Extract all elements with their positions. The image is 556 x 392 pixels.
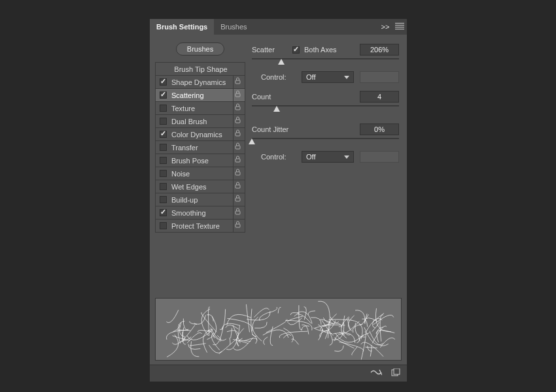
scatter-control-dropdown[interactable]: Off (302, 71, 354, 83)
brush-settings-panel: Brush Settings Brushes >> Brushes Brush … (150, 19, 407, 382)
svg-rect-6 (235, 159, 240, 162)
svg-rect-1 (235, 93, 240, 97)
lock-icon[interactable] (233, 220, 242, 232)
option-transfer[interactable]: Transfer (156, 141, 245, 154)
collapse-icon[interactable]: >> (378, 23, 392, 31)
option-checkbox[interactable] (160, 105, 167, 112)
lock-icon[interactable] (233, 206, 242, 219)
jitter-control-label: Control: (252, 153, 302, 161)
option-label: Protect Texture (171, 222, 233, 230)
count-slider[interactable] (252, 104, 399, 113)
option-scattering[interactable]: Scattering (156, 89, 245, 102)
panel-tabbar: Brush Settings Brushes >> (150, 19, 407, 35)
scatter-value-input[interactable]: 206% (360, 44, 399, 56)
option-brush-pose[interactable]: Brush Pose (156, 154, 245, 167)
option-checkbox[interactable] (160, 183, 167, 190)
option-noise[interactable]: Noise (156, 167, 245, 180)
jitter-control-value (360, 151, 399, 163)
lock-icon[interactable] (233, 89, 242, 101)
lock-icon[interactable] (233, 128, 242, 140)
option-label: Texture (171, 105, 233, 112)
option-checkbox[interactable] (160, 222, 167, 229)
option-label: Shape Dynamics (171, 78, 233, 86)
option-label: Transfer (171, 144, 233, 152)
option-texture[interactable]: Texture (156, 102, 245, 115)
option-label: Dual Brush (171, 118, 233, 125)
scatter-label: Scatter (252, 46, 292, 54)
svg-rect-4 (235, 133, 240, 136)
svg-rect-5 (235, 146, 240, 149)
both-axes-checkbox[interactable] (292, 46, 300, 54)
option-label: Brush Tip Shape (174, 65, 227, 73)
option-label: Smoothing (171, 209, 233, 217)
option-checkbox[interactable] (160, 118, 167, 125)
jitter-control-dropdown[interactable]: Off (302, 151, 354, 163)
count-label: Count (252, 93, 292, 101)
brush-stroke-preview (155, 298, 402, 361)
tab-brushes[interactable]: Brushes (214, 19, 253, 35)
count-value-input[interactable]: 4 (360, 91, 399, 103)
brush-option-list: Brush Tip Shape Shape DynamicsScattering… (155, 62, 245, 233)
option-color-dynamics[interactable]: Color Dynamics (156, 128, 245, 141)
panel-menu-icon[interactable] (392, 22, 407, 32)
option-brush-tip-shape[interactable]: Brush Tip Shape (156, 63, 245, 76)
scattering-controls: Scatter Both Axes 206% Control: Off Coun… (251, 40, 407, 298)
option-checkbox[interactable] (160, 144, 167, 151)
svg-rect-11 (235, 224, 240, 227)
count-jitter-slider[interactable] (252, 137, 399, 146)
count-jitter-label: Count Jitter (252, 125, 304, 133)
brushes-button[interactable]: Brushes (176, 42, 224, 56)
both-axes-label: Both Axes (304, 46, 337, 54)
option-checkbox[interactable] (160, 91, 167, 99)
lock-icon[interactable] (233, 154, 242, 167)
new-brush-icon[interactable] (391, 368, 400, 378)
brush-options-sidebar: Brushes Brush Tip Shape Shape DynamicsSc… (155, 40, 245, 298)
option-checkbox[interactable] (160, 78, 167, 86)
svg-rect-14 (394, 368, 400, 374)
panel-footer (150, 365, 407, 382)
option-checkbox[interactable] (160, 196, 167, 203)
option-build-up[interactable]: Build-up (156, 193, 245, 206)
option-checkbox[interactable] (160, 209, 167, 216)
option-label: Build-up (171, 196, 233, 204)
option-label: Brush Pose (171, 157, 233, 165)
option-label: Color Dynamics (171, 131, 233, 139)
option-checkbox[interactable] (160, 131, 167, 138)
scatter-control-value (360, 71, 399, 83)
toggle-preview-icon[interactable] (370, 368, 382, 378)
option-shape-dynamics[interactable]: Shape Dynamics (156, 76, 245, 89)
option-label: Wet Edges (171, 183, 233, 191)
option-wet-edges[interactable]: Wet Edges (156, 180, 245, 193)
svg-rect-0 (235, 80, 240, 84)
scatter-control-label: Control: (252, 73, 302, 81)
option-checkbox[interactable] (160, 157, 167, 164)
lock-icon[interactable] (233, 141, 242, 154)
option-checkbox[interactable] (160, 170, 167, 177)
option-protect-texture[interactable]: Protect Texture (156, 220, 245, 233)
option-dual-brush[interactable]: Dual Brush (156, 115, 245, 128)
svg-rect-10 (235, 211, 240, 214)
svg-rect-9 (235, 198, 240, 201)
svg-rect-2 (235, 106, 240, 110)
svg-rect-3 (235, 120, 240, 123)
option-smoothing[interactable]: Smoothing (156, 206, 245, 220)
svg-rect-8 (235, 185, 240, 188)
lock-icon[interactable] (233, 115, 242, 127)
scatter-slider[interactable] (252, 57, 399, 66)
lock-icon[interactable] (233, 102, 242, 114)
tab-brush-settings[interactable]: Brush Settings (150, 19, 214, 35)
lock-icon[interactable] (233, 193, 242, 206)
option-label: Noise (171, 170, 233, 178)
option-label: Scattering (171, 91, 233, 99)
count-jitter-value-input[interactable]: 0% (360, 123, 399, 135)
lock-icon[interactable] (233, 167, 242, 180)
lock-icon[interactable] (233, 76, 242, 88)
lock-icon[interactable] (233, 180, 242, 193)
svg-rect-7 (235, 172, 240, 175)
